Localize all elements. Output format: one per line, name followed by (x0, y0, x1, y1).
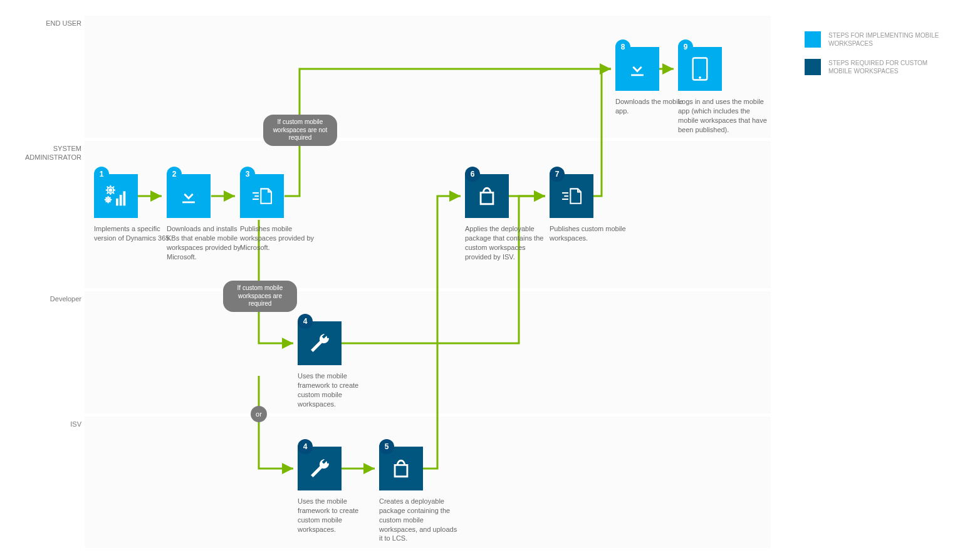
step-2-desc: Downloads and installs KBs that enable m… (167, 224, 248, 261)
lane-end-user (85, 16, 771, 138)
step-8: 8 Downloads the mobile app. (615, 47, 659, 91)
step-4-developer: 4 Uses the mobile framework to create cu… (298, 321, 342, 365)
legend-text-implementing: STEPS FOR IMPLEMENTING MOBILE WORKSPACES (828, 31, 942, 48)
legend-swatch-light (805, 31, 821, 48)
step-9: 9 Logs in and uses the mobile app (which… (678, 47, 722, 91)
legend-item-implementing: STEPS FOR IMPLEMENTING MOBILE WORKSPACES (805, 31, 942, 48)
step-4-isv: 4 Uses the mobile framework to create cu… (298, 447, 342, 490)
legend-item-custom: STEPS REQUIRED FOR CUSTOM MOBILE WORKSPA… (805, 59, 942, 75)
svg-rect-10 (120, 195, 122, 205)
lane-label-sys-admin: SYSTEM ADMINISTRATOR (25, 144, 81, 162)
legend-swatch-dark (805, 59, 821, 75)
svg-point-8 (107, 199, 109, 200)
step-4a-desc: Uses the mobile framework to create cust… (298, 371, 379, 408)
step-4b-badge: 4 (298, 439, 313, 454)
legend: STEPS FOR IMPLEMENTING MOBILE WORKSPACES… (805, 31, 942, 86)
step-4b-desc: Uses the mobile framework to create cust… (298, 497, 379, 534)
step-9-badge: 9 (678, 39, 693, 54)
step-9-desc: Logs in and uses the mobile app (which i… (678, 97, 769, 134)
step-5: 5 Creates a deployable package containin… (379, 447, 423, 490)
decision-or: or (251, 406, 267, 422)
step-3-desc: Publishes mobile workspaces provided by … (240, 224, 321, 252)
svg-point-19 (699, 76, 701, 79)
lane-developer (85, 291, 771, 413)
lane-label-developer: Developer (50, 294, 81, 303)
step-3-badge: 3 (240, 167, 255, 182)
wrench-icon (308, 457, 331, 480)
step-6: 6 Applies the deployable package that co… (465, 174, 509, 218)
decision-not-required: If custom mobile workspaces are not requ… (263, 115, 337, 146)
legend-text-custom: STEPS REQUIRED FOR CUSTOM MOBILE WORKSPA… (828, 59, 942, 75)
svg-point-6 (109, 189, 112, 192)
step-4a-badge: 4 (298, 314, 313, 329)
step-5-desc: Creates a deployable package containing … (379, 497, 461, 543)
lane-label-isv: ISV (70, 420, 81, 428)
mobile-device-icon (691, 56, 709, 81)
step-2: 2 Downloads and installs KBs that enable… (167, 174, 211, 218)
shopping-bag-icon (390, 458, 412, 479)
step-7-desc: Publishes custom mobile workspaces. (550, 224, 631, 243)
flowchart-canvas: END USER SYSTEM ADMINISTRATOR Developer … (0, 0, 955, 560)
decision-required: If custom mobile workspaces are required (223, 281, 297, 312)
step-2-badge: 2 (167, 167, 182, 182)
step-6-badge: 6 (465, 167, 480, 182)
step-1-badge: 1 (94, 167, 109, 182)
step-3: 3 Publishes mobile workspaces provided b… (240, 174, 284, 218)
svg-rect-11 (123, 191, 126, 205)
download-icon (178, 185, 199, 207)
step-1: 1 Implements a specific version of Dynam… (94, 174, 138, 218)
step-7: 7 Publishes custom mobile workspaces. (550, 174, 593, 218)
lane-label-end-user: END USER (46, 19, 81, 28)
gears-chart-icon (102, 182, 130, 210)
step-7-badge: 7 (550, 167, 565, 182)
step-1-desc: Implements a specific version of Dynamic… (94, 224, 175, 243)
publish-doc-icon (249, 184, 274, 209)
svg-rect-9 (116, 199, 118, 206)
step-6-desc: Applies the deployable package that cont… (465, 224, 546, 261)
download-icon (627, 58, 648, 80)
wrench-icon (308, 332, 331, 355)
step-8-badge: 8 (615, 39, 630, 54)
shopping-bag-icon (476, 185, 498, 207)
publish-doc-icon (559, 184, 584, 209)
step-5-badge: 5 (379, 439, 394, 454)
